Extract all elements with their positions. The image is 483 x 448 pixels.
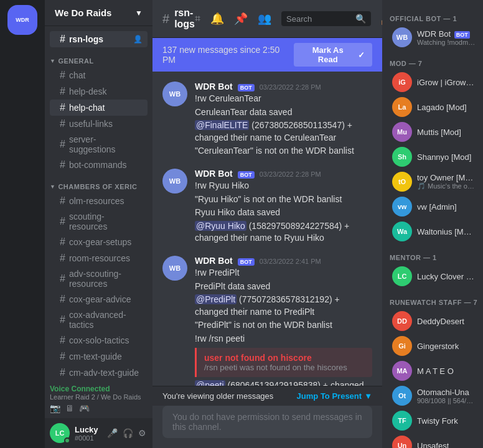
avatar: Sh (392, 147, 412, 167)
sidebar-item-cox-gear-setups[interactable]: # cox-gear-setups (50, 234, 148, 250)
list-item[interactable]: Ot Otomachi-Una 908/1008 || 564/600 || 4… (385, 383, 481, 408)
sidebar-item-useful-links[interactable]: # useful-links (50, 116, 148, 132)
sidebar-item-cox-solo[interactable]: # cox-solo-tactics (50, 332, 148, 348)
hash-icon: # (60, 367, 65, 378)
mute-button[interactable]: 🎤 (106, 427, 119, 439)
bot-badge: BOT (238, 171, 255, 179)
sidebar-item-scouting-resources[interactable]: # scouting-resources (50, 209, 148, 234)
mark-as-read-button[interactable]: Mark As Read ✓ (294, 43, 372, 67)
list-item[interactable]: WB WDR Bot BOT Watching !modmail for rep… (385, 25, 481, 50)
list-item[interactable]: DD DeddyDesert (385, 309, 481, 334)
error-description: /rsn peeti was not found on the hiscores (204, 363, 365, 372)
server-icon[interactable]: WDR (7, 5, 37, 35)
user-name: Lucky (75, 425, 106, 434)
sidebar-item-cm-text[interactable]: # cm-text-guide (50, 348, 148, 365)
channel-item-rsn-logs[interactable]: # rsn-logs 👤 (50, 31, 148, 47)
member-name: DeddyDesert (417, 317, 464, 326)
chat-input-box: You do not have permission to send messa… (162, 406, 372, 438)
list-item[interactable]: Mu Muttis [Mod] (385, 119, 481, 144)
message-group: WB WDR Bot BOT 03/23/2022 2:28 PM !rw Ce… (162, 82, 372, 159)
sidebar-item-server-suggestions[interactable]: # server-suggestions (50, 132, 148, 157)
avatar[interactable]: WB (162, 169, 187, 194)
pin-icon[interactable]: 📌 (234, 12, 248, 26)
sidebar-item-olm-resources[interactable]: # olm-resources (50, 193, 148, 209)
messages-container[interactable]: WB WDR Bot BOT 03/23/2022 2:28 PM !rw Ce… (152, 72, 382, 386)
new-messages-text: 137 new messages since 2:50 PM (162, 45, 294, 65)
list-item[interactable]: Wa Waltonius [Mod/Ment] (385, 219, 481, 244)
list-item[interactable]: TF Twisty Fork (385, 408, 481, 433)
hashtag-icon[interactable]: ⌗ (195, 13, 200, 24)
message-text: PrediPlt data saved (195, 281, 372, 293)
message-group: WB WDR Bot BOT 03/23/2022 2:41 PM !rw Pr… (162, 256, 372, 386)
sidebar-item-cm-adv-text[interactable]: # cm-adv-text-guide (50, 365, 148, 380)
deafen-button[interactable]: 🎧 (121, 427, 134, 439)
list-item[interactable]: vw vw [Admin] (385, 194, 481, 219)
sidebar-item-bot-commands[interactable]: # bot-commands (50, 157, 148, 173)
sidebar-item-help-desk[interactable]: # help-desk (50, 83, 148, 100)
list-item[interactable]: iG iGrow | iGrow ii [Mod] (385, 70, 481, 95)
member-status: 🎵 Music's the odyssey (417, 182, 476, 190)
member-name: Unsafest (417, 441, 449, 449)
list-item[interactable]: tO toy Owner [Mod] 🎵 Music's the odyssey (385, 169, 481, 194)
member-category-official-bot: OFFICIAL BOT — 1 (382, 10, 483, 25)
member-category-runewatch: RUNEWATCH STAFF — 7 (382, 294, 483, 309)
sidebar-item-cox-advanced[interactable]: # cox-advanced-tactics (50, 307, 148, 332)
sidebar-item-help-chat[interactable]: # help-chat (50, 100, 148, 116)
voice-connected-area: Voice Connected Learner Raid 2 / We Do R… (45, 380, 152, 418)
user-status-indicator (64, 437, 70, 444)
mention[interactable]: @peeti (195, 380, 225, 386)
bell-icon[interactable]: 🔔 (210, 12, 224, 26)
avatar: La (392, 97, 412, 117)
list-item[interactable]: MA M A T E O (385, 358, 481, 383)
mention[interactable]: @Ryuu Hiko (195, 221, 246, 231)
mention[interactable]: @PrediPlt (195, 294, 237, 304)
search-box[interactable]: 🔍 (281, 11, 371, 26)
voice-screen-button[interactable]: 🖥 (65, 403, 74, 413)
user-info: Lucky #0001 (75, 425, 106, 442)
settings-button[interactable]: ⚙ (137, 427, 148, 439)
list-item[interactable]: Gi Gingerstork (385, 334, 481, 358)
channel-label: server-suggestions (69, 134, 143, 154)
jump-to-present-button[interactable]: Jump To Present ▼ (297, 391, 372, 401)
list-item[interactable]: Sh Shannyo [Mod] (385, 144, 481, 169)
members-icon[interactable]: 👥 (258, 12, 271, 26)
sidebar-item-adv-scouting[interactable]: # adv-scouting-resources (50, 266, 148, 291)
member-info: vw [Admin] (417, 202, 457, 212)
avatar[interactable]: WB (162, 256, 187, 281)
server-name: We Do Raids (55, 7, 111, 18)
message-author: WDR Bot (195, 82, 233, 91)
sidebar-item-cox-gear-advice[interactable]: # cox-gear-advice (50, 291, 148, 307)
member-name: Twisty Fork (417, 416, 458, 426)
hash-icon: # (60, 70, 65, 81)
channel-list: # rsn-logs 👤 ▼ GENERAL # chat # help-des… (45, 26, 152, 380)
member-info: Waltonius [Mod/Ment] (417, 227, 476, 236)
avatar-text: LC (55, 429, 65, 437)
list-item[interactable]: LC Lucky Clover [Mentor] (385, 264, 481, 289)
sidebar-item-chat[interactable]: # chat (50, 67, 148, 83)
list-item[interactable]: Un Unsafest (385, 433, 481, 448)
channel-label: chat (69, 70, 85, 80)
bot-badge: BOT (238, 84, 255, 91)
member-category-mentor: MENTOR — 1 (382, 249, 483, 264)
hash-icon: # (60, 86, 65, 97)
voice-leave-button[interactable]: 🎮 (79, 403, 90, 413)
chevron-down-icon: ▼ (135, 9, 143, 17)
channel-sidebar: We Do Raids ▼ # rsn-logs 👤 ▼ GENERAL # c… (45, 0, 152, 448)
list-item[interactable]: La Lagado [Mod] (385, 95, 481, 119)
search-input[interactable] (286, 14, 355, 24)
member-name: M A T E O (417, 366, 454, 376)
category-general[interactable]: ▼ GENERAL (45, 47, 152, 67)
channel-label: cox-solo-tactics (69, 335, 129, 345)
member-name: Shannyo [Mod] (417, 152, 471, 162)
message-timestamp: 03/23/2022 2:41 PM (260, 258, 321, 265)
voice-camera-button[interactable]: 📷 (50, 403, 60, 413)
category-cox[interactable]: ▼ CHAMBERS OF XERIC (45, 173, 152, 193)
member-info: iGrow | iGrow ii [Mod] (417, 78, 476, 87)
member-info: Unsafest (417, 441, 449, 449)
avatar[interactable]: WB (162, 82, 187, 106)
mention[interactable]: @FinalELITE (195, 120, 249, 130)
server-header[interactable]: We Do Raids ▼ (45, 0, 152, 26)
message-header: WDR Bot BOT 03/23/2022 2:41 PM (195, 256, 372, 266)
category-arrow: ▼ (50, 184, 55, 190)
sidebar-item-room-resources[interactable]: # room-resources (50, 250, 148, 266)
